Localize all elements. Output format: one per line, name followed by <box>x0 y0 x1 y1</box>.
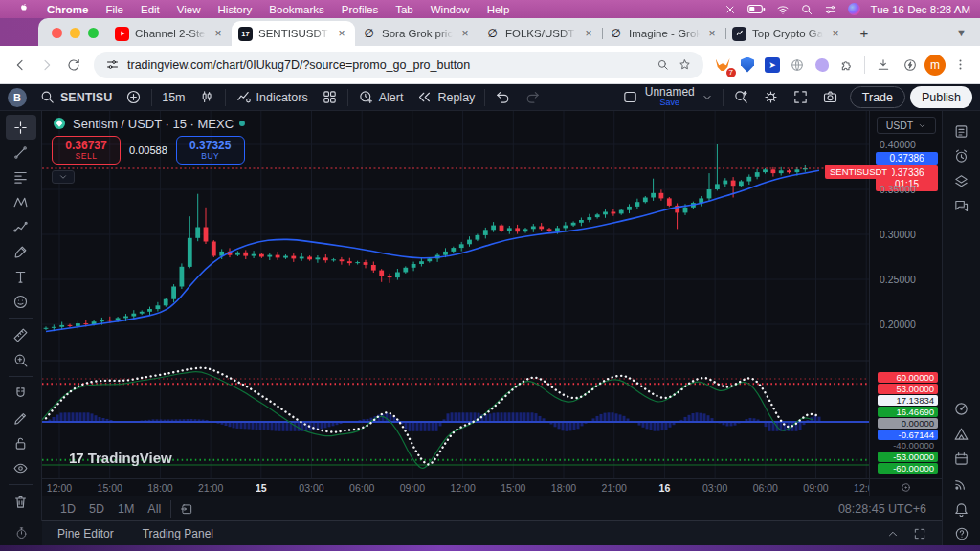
cursor-app-extension-icon[interactable]: ➤ <box>761 54 784 77</box>
menu-item[interactable]: View <box>168 4 210 15</box>
publish-button[interactable]: Publish <box>910 86 972 108</box>
save-label[interactable]: Save <box>660 99 680 107</box>
control-center-icon[interactable] <box>824 3 837 16</box>
alerts-clock-icon[interactable] <box>947 143 977 168</box>
timer-icon[interactable] <box>14 526 29 540</box>
help-icon[interactable] <box>954 526 969 541</box>
alert-button[interactable]: Alert <box>351 86 411 109</box>
layout-name-button[interactable]: Unnamed Save <box>645 86 695 107</box>
menu-item[interactable]: Tab <box>387 4 422 15</box>
layout-select-button[interactable] <box>615 86 645 109</box>
prediction-tool-icon[interactable] <box>6 214 36 239</box>
indicators-button[interactable]: Indicators <box>229 86 315 109</box>
tab-close-icon[interactable]: × <box>458 27 472 40</box>
range-button-1d[interactable]: 1D <box>54 502 82 516</box>
menu-item[interactable]: Window <box>422 4 479 15</box>
profile-avatar[interactable]: m <box>924 55 946 76</box>
address-bar[interactable]: tradingview.com/chart/0IUkug7D/?source=p… <box>94 52 703 78</box>
close-window-button[interactable] <box>52 28 62 38</box>
snapshot-button[interactable] <box>815 86 845 109</box>
session-clock[interactable]: 08:28:45 UTC+6 <box>838 502 930 516</box>
lock-all-drawings-icon[interactable] <box>6 430 36 455</box>
undo-button[interactable] <box>488 86 518 109</box>
metamask-extension-icon[interactable]: 7 <box>711 54 734 77</box>
spotlight-search-icon[interactable] <box>800 3 813 16</box>
drawing-mode-lock-icon[interactable] <box>6 406 36 430</box>
new-tab-button[interactable]: + <box>853 21 876 44</box>
compare-add-symbol-button[interactable] <box>119 86 148 109</box>
panel-maximize-icon[interactable] <box>913 527 926 540</box>
text-tool-icon[interactable] <box>6 264 36 289</box>
zoom-in-tool-icon[interactable] <box>6 347 36 372</box>
pine-editor-tab[interactable]: Pine Editor <box>57 527 114 540</box>
quick-search-button[interactable] <box>726 86 756 109</box>
legend-title[interactable]: Sentism / USDT · 15 · MEXC <box>73 117 234 131</box>
user-avatar[interactable]: B <box>8 88 27 107</box>
browser-tab[interactable]: Top Crypto Gainer× <box>725 21 849 46</box>
extensions-puzzle-icon[interactable] <box>835 54 858 77</box>
trade-button[interactable]: Trade <box>850 86 905 108</box>
url-text[interactable]: tradingview.com/chart/0IUkug7D/?source=p… <box>127 58 648 72</box>
downloads-icon[interactable] <box>871 53 896 77</box>
pattern-tool-icon[interactable] <box>6 189 36 214</box>
tab-close-icon[interactable]: × <box>212 27 225 40</box>
buy-button[interactable]: 0.37325 BUY <box>176 136 245 165</box>
menu-item[interactable]: File <box>97 4 132 15</box>
menu-item[interactable]: History <box>210 4 261 15</box>
forward-button[interactable] <box>34 53 59 77</box>
tab-close-icon[interactable]: × <box>335 27 348 40</box>
tab-overflow-chevron-icon[interactable]: ▼ <box>956 27 967 38</box>
range-button-all[interactable]: All <box>141 502 167 516</box>
reload-button[interactable] <box>61 53 86 77</box>
menu-item[interactable]: Edit <box>132 4 168 15</box>
panel-expand-chevron-icon[interactable] <box>886 527 900 540</box>
browser-tab[interactable]: 17SENTISUSDT 0.373× <box>232 21 355 46</box>
menu-item[interactable]: Chrome <box>38 4 97 15</box>
currency-select-button[interactable]: USDT <box>877 117 936 134</box>
watchlist-icon[interactable] <box>947 119 977 143</box>
fullscreen-button[interactable] <box>786 86 815 109</box>
browser-tab[interactable]: ∅Imagine - Grok× <box>602 21 725 46</box>
apple-menu-icon[interactable] <box>10 2 38 16</box>
bluetooth-off-icon[interactable] <box>724 3 737 16</box>
zoom-window-button[interactable] <box>88 28 99 38</box>
ghost-extension-icon[interactable] <box>811 54 834 77</box>
hide-drawings-eye-icon[interactable] <box>6 455 36 480</box>
chat-icon[interactable] <box>947 193 977 218</box>
browser-menu-kebab-icon[interactable] <box>947 53 972 77</box>
browser-tab[interactable]: ∅Sora Grok price pr× <box>355 21 479 46</box>
menu-item[interactable]: Help <box>479 4 519 15</box>
object-tree-layers-icon[interactable] <box>947 168 977 193</box>
brush-tool-icon[interactable] <box>6 239 36 264</box>
emoji-tool-icon[interactable] <box>6 289 36 314</box>
magnet-tool-icon[interactable] <box>6 381 36 406</box>
calendar-icon[interactable] <box>947 446 977 471</box>
chart-settings-button[interactable] <box>756 86 786 109</box>
browser-tab[interactable]: ∅FOLKS/USDT Price× <box>479 21 602 46</box>
market-status-dot[interactable] <box>239 121 245 126</box>
tab-close-icon[interactable]: × <box>582 27 595 40</box>
hotlists-gauge-icon[interactable] <box>947 396 977 421</box>
tab-close-icon[interactable]: × <box>829 27 842 40</box>
go-to-date-icon[interactable] <box>174 499 199 518</box>
tab-close-icon[interactable]: × <box>705 27 719 40</box>
browser-tab[interactable]: Channel 2-Step Ve× <box>108 21 232 46</box>
sell-button[interactable]: 0.36737 SELL <box>52 136 121 165</box>
streams-broadcast-icon[interactable] <box>947 471 977 496</box>
fib-retracement-tool-icon[interactable] <box>6 165 36 189</box>
symbol-search-button[interactable]: SENTISU <box>33 86 119 109</box>
minimize-window-button[interactable] <box>70 28 80 38</box>
notifications-bell-icon[interactable] <box>947 496 977 520</box>
axis-settings-icon[interactable] <box>900 481 912 494</box>
trading-panel-tab[interactable]: Trading Panel <box>143 527 213 540</box>
legend-collapse-chevron-icon[interactable] <box>52 170 75 184</box>
zoom-lens-icon[interactable] <box>656 57 670 72</box>
ideas-icon[interactable] <box>947 421 977 446</box>
wifi-icon[interactable] <box>776 3 790 16</box>
battery-icon[interactable] <box>747 4 766 14</box>
bookmark-star-icon[interactable] <box>678 57 692 72</box>
range-button-5d[interactable]: 5D <box>82 502 111 516</box>
menu-item[interactable]: Bookmarks <box>260 4 333 15</box>
measure-tool-icon[interactable] <box>6 322 36 347</box>
back-button[interactable] <box>8 53 33 77</box>
